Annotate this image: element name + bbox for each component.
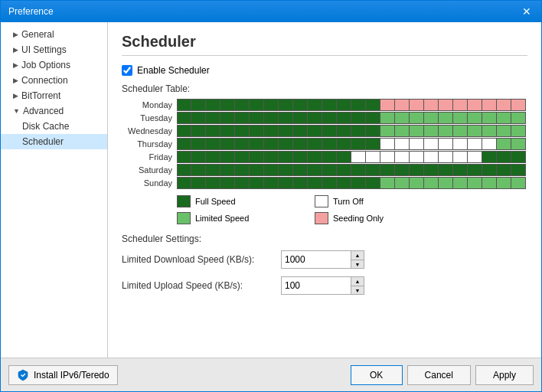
cell-friday-4[interactable]: [235, 151, 250, 163]
cell-sunday-1[interactable]: [191, 177, 206, 189]
cell-thursday-13[interactable]: [366, 138, 380, 150]
cell-monday-15[interactable]: [395, 99, 410, 111]
cell-thursday-1[interactable]: [191, 138, 206, 150]
cell-tuesday-4[interactable]: [235, 112, 250, 124]
cell-saturday-8[interactable]: [293, 164, 308, 176]
cell-friday-22[interactable]: [497, 151, 511, 163]
cell-tuesday-7[interactable]: [279, 112, 293, 124]
cell-monday-23[interactable]: [511, 99, 526, 111]
cell-thursday-19[interactable]: [453, 138, 468, 150]
cell-sunday-15[interactable]: [395, 177, 410, 189]
cell-monday-5[interactable]: [250, 99, 264, 111]
cell-saturday-5[interactable]: [250, 164, 264, 176]
cell-saturday-23[interactable]: [511, 164, 526, 176]
cell-sunday-17[interactable]: [424, 177, 439, 189]
cell-saturday-7[interactable]: [279, 164, 293, 176]
cell-tuesday-13[interactable]: [366, 112, 380, 124]
cell-monday-17[interactable]: [424, 99, 439, 111]
upload-speed-down-button[interactable]: ▼: [351, 286, 364, 294]
cell-tuesday-18[interactable]: [439, 112, 453, 124]
cell-monday-20[interactable]: [468, 99, 482, 111]
cell-friday-9[interactable]: [308, 151, 322, 163]
cell-wednesday-11[interactable]: [337, 125, 351, 137]
cell-wednesday-21[interactable]: [482, 125, 497, 137]
cell-thursday-12[interactable]: [351, 138, 366, 150]
cell-thursday-20[interactable]: [468, 138, 482, 150]
cell-friday-6[interactable]: [264, 151, 279, 163]
cell-saturday-14[interactable]: [380, 164, 395, 176]
cell-monday-1[interactable]: [191, 99, 206, 111]
cell-saturday-12[interactable]: [351, 164, 366, 176]
cell-thursday-9[interactable]: [308, 138, 322, 150]
cell-monday-6[interactable]: [264, 99, 279, 111]
cell-sunday-14[interactable]: [380, 177, 395, 189]
cell-tuesday-8[interactable]: [293, 112, 308, 124]
ipv6-button[interactable]: Install IPv6/Teredo: [8, 365, 118, 385]
cell-tuesday-6[interactable]: [264, 112, 279, 124]
cell-sunday-12[interactable]: [351, 177, 366, 189]
cell-friday-13[interactable]: [366, 151, 380, 163]
cell-thursday-2[interactable]: [206, 138, 220, 150]
cell-monday-9[interactable]: [308, 99, 322, 111]
cell-sunday-20[interactable]: [468, 177, 482, 189]
cell-saturday-13[interactable]: [366, 164, 380, 176]
cell-thursday-11[interactable]: [337, 138, 351, 150]
cell-saturday-3[interactable]: [220, 164, 235, 176]
cell-friday-0[interactable]: [177, 151, 191, 163]
cell-thursday-8[interactable]: [293, 138, 308, 150]
cell-tuesday-9[interactable]: [308, 112, 322, 124]
cell-thursday-14[interactable]: [380, 138, 395, 150]
cell-monday-22[interactable]: [497, 99, 511, 111]
cell-thursday-0[interactable]: [177, 138, 191, 150]
cell-wednesday-8[interactable]: [293, 125, 308, 137]
download-speed-up-button[interactable]: ▲: [351, 251, 364, 260]
cell-monday-2[interactable]: [206, 99, 220, 111]
cell-wednesday-19[interactable]: [453, 125, 468, 137]
cell-sunday-22[interactable]: [497, 177, 511, 189]
cell-wednesday-13[interactable]: [366, 125, 380, 137]
cell-sunday-4[interactable]: [235, 177, 250, 189]
sidebar-item-general[interactable]: ▶ General: [1, 27, 107, 42]
cell-saturday-2[interactable]: [206, 164, 220, 176]
cell-tuesday-16[interactable]: [410, 112, 424, 124]
cell-tuesday-14[interactable]: [380, 112, 395, 124]
cell-sunday-5[interactable]: [250, 177, 264, 189]
cell-sunday-3[interactable]: [220, 177, 235, 189]
cell-monday-7[interactable]: [279, 99, 293, 111]
cell-friday-23[interactable]: [511, 151, 526, 163]
cell-monday-19[interactable]: [453, 99, 468, 111]
sidebar-item-job-options[interactable]: ▶ Job Options: [1, 57, 107, 73]
sidebar-item-bittorrent[interactable]: ▶ BitTorrent: [1, 88, 107, 103]
sidebar-item-disk-cache[interactable]: Disk Cache: [1, 119, 107, 134]
cell-thursday-21[interactable]: [482, 138, 497, 150]
cell-saturday-6[interactable]: [264, 164, 279, 176]
cell-wednesday-6[interactable]: [264, 125, 279, 137]
cell-monday-3[interactable]: [220, 99, 235, 111]
cell-sunday-23[interactable]: [511, 177, 526, 189]
cell-wednesday-15[interactable]: [395, 125, 410, 137]
cell-wednesday-20[interactable]: [468, 125, 482, 137]
cell-friday-21[interactable]: [482, 151, 497, 163]
cell-friday-8[interactable]: [293, 151, 308, 163]
cell-saturday-0[interactable]: [177, 164, 191, 176]
cell-wednesday-14[interactable]: [380, 125, 395, 137]
apply-button[interactable]: Apply: [475, 365, 534, 385]
cell-wednesday-4[interactable]: [235, 125, 250, 137]
cell-monday-4[interactable]: [235, 99, 250, 111]
cell-sunday-21[interactable]: [482, 177, 497, 189]
cell-wednesday-23[interactable]: [511, 125, 526, 137]
cell-saturday-1[interactable]: [191, 164, 206, 176]
cell-sunday-13[interactable]: [366, 177, 380, 189]
cell-wednesday-0[interactable]: [177, 125, 191, 137]
cell-friday-2[interactable]: [206, 151, 220, 163]
upload-speed-up-button[interactable]: ▲: [351, 277, 364, 286]
sidebar-item-scheduler[interactable]: Scheduler: [1, 134, 107, 149]
cell-thursday-16[interactable]: [410, 138, 424, 150]
upload-speed-input[interactable]: [282, 277, 351, 294]
cell-thursday-10[interactable]: [322, 138, 337, 150]
cell-saturday-20[interactable]: [468, 164, 482, 176]
enable-scheduler-checkbox[interactable]: [122, 65, 132, 76]
cell-friday-12[interactable]: [351, 151, 366, 163]
cell-wednesday-2[interactable]: [206, 125, 220, 137]
cell-friday-14[interactable]: [380, 151, 395, 163]
